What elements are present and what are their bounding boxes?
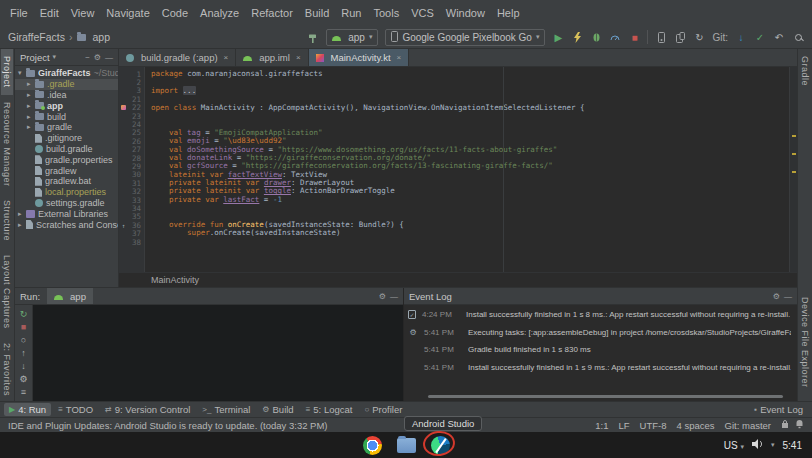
attach-debugger-icon[interactable] xyxy=(655,30,667,44)
tree-item-gradle-properties[interactable]: gradle.properties xyxy=(15,154,118,165)
event-log-entry[interactable]: ⚙5:41 PMExecuting tasks: [:app:assembleD… xyxy=(408,328,791,337)
tree-item-gradle[interactable]: ▸gradle xyxy=(15,122,118,133)
status-message[interactable]: IDE and Plugin Updates: Android Studio i… xyxy=(8,420,328,431)
project-panel-title[interactable]: Project xyxy=(20,52,50,63)
run-config-select[interactable]: app ▾ xyxy=(326,29,378,46)
status-widget-4-spaces[interactable]: 4 spaces xyxy=(677,420,715,431)
up-stack-trace-icon[interactable]: ↑ xyxy=(21,348,26,358)
git-commit-icon[interactable]: ✓ xyxy=(754,30,766,44)
tree-item-gradlew-bat[interactable]: gradlew.bat xyxy=(15,176,118,187)
breadcrumb-module[interactable]: app xyxy=(93,31,111,43)
editor-tab-mainactivity-kt[interactable]: MainActivity.kt× xyxy=(309,49,410,66)
pin-icon[interactable]: ○ xyxy=(21,335,26,345)
device-select[interactable]: Google Google Pixelbook Go ▾ xyxy=(385,29,545,46)
breadcrumb-project[interactable]: GiraffeFacts xyxy=(8,31,65,43)
clear-icon[interactable]: ≡ xyxy=(21,387,26,397)
tree-item-app[interactable]: ▸app xyxy=(15,100,118,111)
run-tab-app[interactable]: app xyxy=(47,288,93,304)
clock[interactable]: 5:41 xyxy=(783,440,802,451)
apply-changes-icon[interactable] xyxy=(571,30,583,44)
run-button[interactable]: ▶ xyxy=(552,30,564,44)
tool-window-button-5-logcat[interactable]: ≡5: Logcat xyxy=(301,403,358,416)
settings-icon[interactable]: ⚙ xyxy=(94,53,101,62)
tree-item-settings-gradle[interactable]: settings.gradle xyxy=(15,198,118,209)
tree-item-local-properties[interactable]: local.properties xyxy=(15,187,118,198)
status-widget-git-master[interactable]: Git: master xyxy=(725,420,771,431)
volume-icon[interactable] xyxy=(752,439,763,451)
settings-icon[interactable]: ⚙ xyxy=(773,292,780,301)
stop-icon[interactable]: ■ xyxy=(21,322,26,332)
tree-item-gradlew[interactable]: gradlew xyxy=(15,165,118,176)
editor-breadcrumb[interactable]: MainActivity xyxy=(119,272,797,287)
status-widget-1-1[interactable]: 1:1 xyxy=(595,420,608,431)
tree-item-external-libraries[interactable]: ▸External Libraries xyxy=(15,208,118,219)
system-menu-chevron-icon[interactable]: ▾ xyxy=(771,441,775,449)
close-tab-icon[interactable]: × xyxy=(397,53,402,62)
tree-item-giraffefacts[interactable]: ▾GiraffeFacts~/StudioProjects/GiraffeFac… xyxy=(15,68,118,79)
lock-icon[interactable] xyxy=(781,419,789,431)
git-revert-icon[interactable]: ↶ xyxy=(773,30,785,44)
tool-stripe-button-project[interactable]: Project xyxy=(1,49,13,95)
close-tab-icon[interactable]: × xyxy=(224,53,229,62)
taskbar-app-chrome[interactable] xyxy=(361,434,383,456)
tree-item-idea[interactable]: ▸.idea xyxy=(15,90,118,101)
menu-item-code[interactable]: Code xyxy=(156,5,194,21)
event-log-entry[interactable]: ✓4:24 PMInstall successfully finished in… xyxy=(408,310,791,319)
settings-icon[interactable]: ⚙ xyxy=(19,374,27,384)
stop-button[interactable]: ■ xyxy=(628,30,640,44)
menu-item-build[interactable]: Build xyxy=(299,5,335,21)
menu-item-navigate[interactable]: Navigate xyxy=(100,5,155,21)
event-log-entry[interactable]: 5:41 PMInstall successfully finished in … xyxy=(408,363,791,372)
editor-error-stripe[interactable] xyxy=(789,67,797,272)
tool-window-button-profiler[interactable]: ○Profiler xyxy=(359,403,407,416)
rerun-icon[interactable]: ↻ xyxy=(20,309,28,319)
settings-icon[interactable]: ⚙ xyxy=(379,292,386,301)
code-line[interactable]: open class MainActivity : AppCompatActiv… xyxy=(151,104,789,112)
tree-item-build-gradle[interactable]: build.gradle xyxy=(15,144,118,155)
code-line[interactable] xyxy=(151,204,789,212)
menu-item-help[interactable]: Help xyxy=(491,5,526,21)
status-widget-lf[interactable]: LF xyxy=(619,420,630,431)
editor-tab-app-iml[interactable]: app.iml× xyxy=(236,49,308,66)
code-area[interactable]: package com.naranjaconsal.giraffefactsim… xyxy=(145,67,789,272)
tool-stripe-button-layout-captures[interactable]: Layout Captures xyxy=(1,248,13,336)
code-line[interactable]: private var lastFact = -1 xyxy=(151,196,789,204)
menu-item-file[interactable]: File xyxy=(4,5,34,21)
close-tab-icon[interactable]: × xyxy=(296,53,301,62)
tree-item-build[interactable]: ▸build xyxy=(15,111,118,122)
git-update-icon[interactable]: ↓ xyxy=(735,30,747,44)
down-stack-trace-icon[interactable]: ↓ xyxy=(21,361,26,371)
taskbar-app-files[interactable] xyxy=(395,434,417,456)
tool-window-button-9-version-control[interactable]: ⇄9: Version Control xyxy=(100,403,195,416)
tree-item-gradle[interactable]: ▸.gradle xyxy=(15,79,118,90)
menu-item-tools[interactable]: Tools xyxy=(367,5,405,21)
gutter-line[interactable]: 38 xyxy=(119,238,144,246)
run-console[interactable] xyxy=(33,305,403,401)
status-widget-utf-8[interactable]: UTF-8 xyxy=(640,420,667,431)
tool-stripe-button-resource-manager[interactable]: Resource Manager xyxy=(1,95,13,194)
code-line[interactable]: import ... xyxy=(151,87,789,95)
sync-gradle-icon[interactable]: ↻ xyxy=(693,30,705,44)
menu-item-refactor[interactable]: Refactor xyxy=(245,5,299,21)
menu-item-window[interactable]: Window xyxy=(440,5,491,21)
tool-stripe-button-gradle[interactable]: Gradle xyxy=(799,49,811,93)
profile-icon[interactable] xyxy=(609,30,621,44)
tool-stripe-button-device-file-explorer[interactable]: Device File Explorer xyxy=(799,290,811,395)
search-everywhere-icon[interactable] xyxy=(792,30,804,44)
event-log-entry[interactable]: 5:41 PMGradle build finished in 1 s 830 … xyxy=(408,345,791,354)
menu-item-run[interactable]: Run xyxy=(335,5,367,21)
code-line[interactable] xyxy=(151,112,789,120)
tree-item-gitignore[interactable]: .gitignore xyxy=(15,133,118,144)
code-editor[interactable]: 123212223242526272829303132333435↑363738… xyxy=(119,67,797,272)
hide-panel-icon[interactable]: — xyxy=(390,292,398,301)
code-line[interactable] xyxy=(151,238,789,246)
debug-icon[interactable] xyxy=(590,30,602,44)
code-line[interactable] xyxy=(151,78,789,86)
tool-window-button-build[interactable]: ⚙Build xyxy=(257,403,298,416)
menu-item-analyze[interactable]: Analyze xyxy=(194,5,245,21)
tool-window-button-4-run[interactable]: ▶4: Run xyxy=(4,403,51,416)
horizontal-scrollbar[interactable] xyxy=(428,395,783,398)
tool-window-button-terminal[interactable]: >_Terminal xyxy=(197,403,255,416)
notifications-bell-icon[interactable] xyxy=(795,419,804,431)
hide-panel-icon[interactable]: — xyxy=(784,292,792,301)
